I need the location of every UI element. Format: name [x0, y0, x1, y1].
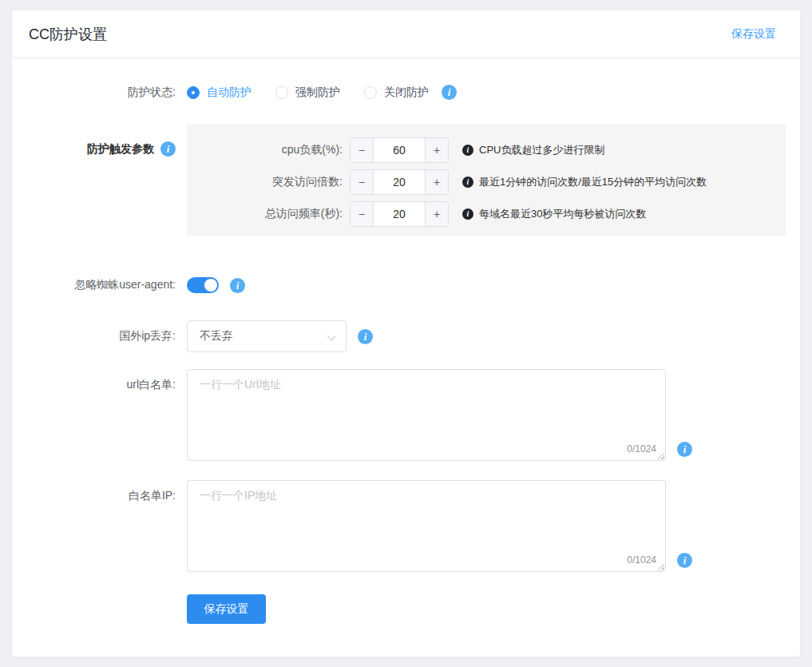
total-frequency-hint: i 每域名最近30秒平均每秒被访问次数 — [462, 207, 646, 221]
cc-protection-settings-card: CC防护设置 保存设置 防护状态: 自动防护 强制防护 — [11, 10, 801, 657]
radio-icon — [364, 86, 377, 99]
cpu-load-input[interactable] — [374, 138, 425, 162]
ip-whitelist-label: 白名单IP: — [12, 489, 176, 503]
toggle-knob — [204, 279, 217, 292]
save-settings-link[interactable]: 保存设置 — [731, 27, 776, 42]
settings-form: 防护状态: 自动防护 强制防护 关闭防护 i — [12, 58, 800, 624]
ignore-spider-label: 忽略蜘蛛user-agent: — [12, 278, 176, 292]
trigger-params-label: 防护触发参数 i — [12, 141, 176, 157]
foreign-ip-select[interactable]: 不丢弃 — [187, 320, 347, 352]
radio-label: 强制防护 — [295, 85, 340, 100]
burst-visits-input[interactable] — [374, 170, 425, 194]
save-settings-button[interactable]: 保存设置 — [187, 594, 266, 624]
cpu-load-row: cpu负载(%): − + i CPU负载超过多少进行限制 — [187, 137, 786, 163]
ip-whitelist-textarea[interactable] — [187, 480, 666, 572]
radio-icon — [187, 86, 200, 99]
page-title: CC防护设置 — [29, 25, 107, 44]
info-icon[interactable]: i — [358, 329, 373, 344]
select-value: 不丢弃 — [200, 329, 233, 343]
foreign-ip-label: 国外ip丢弃: — [12, 329, 176, 343]
cpu-load-label: cpu负载(%): — [187, 143, 343, 157]
ignore-spider-toggle[interactable] — [187, 277, 219, 293]
burst-visits-hint: i 最近1分钟的访问次数/最近15分钟的平均访问次数 — [462, 175, 707, 189]
radio-disable-protection[interactable]: 关闭防护 — [364, 85, 429, 100]
radio-icon — [275, 86, 288, 99]
trigger-params-row: 防护触发参数 i cpu负载(%): − + i CPU负载超过多少进行限制 — [12, 124, 800, 236]
card-header: CC防护设置 保存设置 — [12, 10, 800, 58]
decrement-button[interactable]: − — [351, 170, 374, 194]
protection-status-label: 防护状态: — [12, 85, 176, 100]
protection-status-row: 防护状态: 自动防护 强制防护 关闭防护 i — [12, 85, 800, 100]
burst-visits-label: 突发访问倍数: — [187, 175, 343, 189]
radio-forced-protection[interactable]: 强制防护 — [275, 85, 340, 100]
info-icon[interactable]: i — [677, 553, 692, 568]
radio-auto-protection[interactable]: 自动防护 — [187, 85, 252, 100]
info-icon[interactable]: i — [160, 141, 176, 157]
total-frequency-input[interactable] — [374, 202, 425, 226]
cpu-load-stepper: − + — [350, 137, 449, 163]
radio-label: 自动防护 — [207, 85, 252, 100]
ip-whitelist-row: 白名单IP: 0/1024 i — [12, 480, 800, 572]
decrement-button[interactable]: − — [351, 138, 374, 162]
chevron-down-icon — [327, 332, 336, 341]
protection-status-radio-group: 自动防护 强制防护 关闭防护 — [187, 85, 429, 100]
info-icon[interactable]: i — [677, 442, 692, 457]
total-frequency-label: 总访问频率(秒): — [187, 207, 343, 221]
info-icon: i — [462, 177, 473, 188]
increment-button[interactable]: + — [425, 138, 448, 162]
info-icon: i — [462, 145, 473, 156]
increment-button[interactable]: + — [425, 202, 448, 226]
info-icon: i — [462, 208, 473, 220]
foreign-ip-row: 国外ip丢弃: 不丢弃 i — [12, 320, 800, 352]
cpu-load-hint: i CPU负载超过多少进行限制 — [462, 143, 604, 157]
info-icon[interactable]: i — [230, 278, 245, 293]
url-whitelist-textarea[interactable] — [187, 369, 666, 461]
ignore-spider-row: 忽略蜘蛛user-agent: i — [12, 277, 800, 293]
url-whitelist-label: url白名单: — [12, 378, 176, 392]
info-icon[interactable]: i — [442, 85, 457, 100]
url-whitelist-row: url白名单: 0/1024 i — [12, 369, 800, 461]
increment-button[interactable]: + — [425, 170, 448, 194]
burst-visits-stepper: − + — [350, 169, 449, 195]
decrement-button[interactable]: − — [351, 202, 374, 226]
total-frequency-stepper: − + — [350, 201, 449, 227]
burst-visits-row: 突发访问倍数: − + i 最近1分钟的访问次数/最近15分钟的平均访问次数 — [187, 169, 786, 195]
radio-label: 关闭防护 — [384, 85, 429, 100]
total-frequency-row: 总访问频率(秒): − + i 每域名最近30秒平均每秒被访问次数 — [187, 201, 786, 227]
trigger-params-panel: cpu负载(%): − + i CPU负载超过多少进行限制 突发访问倍数: − — [187, 124, 786, 236]
